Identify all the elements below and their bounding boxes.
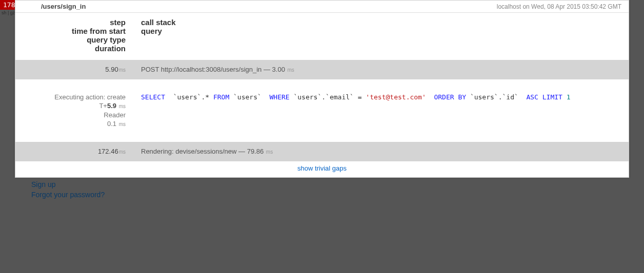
row-summary-text: POST http://localhost:3008/users/sign_in… [141, 66, 285, 73]
header-call-stack: call stack [141, 18, 176, 27]
profiler-popup: /users/sign_in localhost on Wed, 08 Apr … [15, 0, 629, 178]
row-summary-unit: ms [288, 67, 294, 73]
header-time-from-start: time from start [15, 27, 126, 35]
trivial-gaps-row: show trivial gaps [15, 161, 629, 177]
header-duration: duration [15, 44, 126, 53]
query-duration: 0.1 [107, 120, 116, 128]
column-headers: step time from start query type duration… [15, 13, 629, 60]
header-query-type: query type [15, 35, 126, 44]
summary-row[interactable]: 172.46ms Rendering: devise/sessions/new … [15, 142, 629, 161]
header-query: query [141, 27, 176, 35]
request-path: /users/sign_in [41, 3, 86, 10]
summary-row[interactable]: 5.90ms POST http://localhost:3008/users/… [15, 60, 629, 79]
forgot-password-link[interactable]: Forgot your password? [31, 191, 105, 199]
row-time: 5.90 [105, 66, 118, 73]
sql-query: SELECT `users`.* FROM `users` WHERE `use… [141, 93, 571, 101]
row-time-unit: ms [119, 67, 126, 73]
show-trivial-gaps-link[interactable]: show trivial gaps [297, 164, 347, 172]
row-summary-text: Rendering: devise/sessions/new — 79.86 [141, 148, 264, 155]
query-action: Executing action: create [15, 93, 126, 101]
query-offset: 5.9 [107, 102, 116, 110]
row-time: 172.46 [98, 148, 118, 155]
signup-link[interactable]: Sign up [31, 180, 55, 188]
query-duration-unit: ms [119, 121, 126, 127]
query-row[interactable]: Executing action: create T+5.9 ms Reader… [15, 79, 629, 142]
request-meta: localhost on Wed, 08 Apr 2015 03:50:42 G… [497, 3, 621, 10]
query-offset-prefix: T+ [99, 102, 107, 110]
header-step: step [15, 18, 126, 27]
query-offset-unit: ms [119, 103, 126, 109]
row-summary-unit: ms [266, 149, 273, 155]
row-time-unit: ms [119, 149, 126, 155]
profiler-topbar: /users/sign_in localhost on Wed, 08 Apr … [15, 1, 629, 13]
query-role: Reader [15, 111, 126, 119]
